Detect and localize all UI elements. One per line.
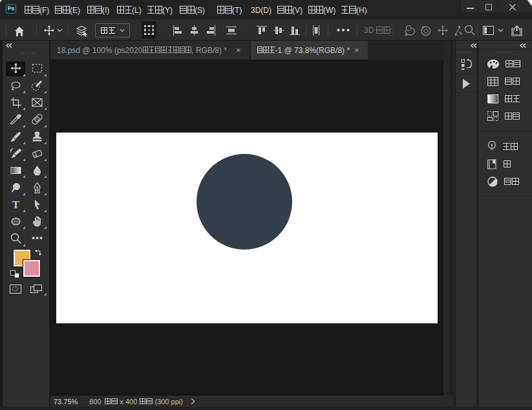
svg-text:T: T bbox=[12, 199, 19, 210]
